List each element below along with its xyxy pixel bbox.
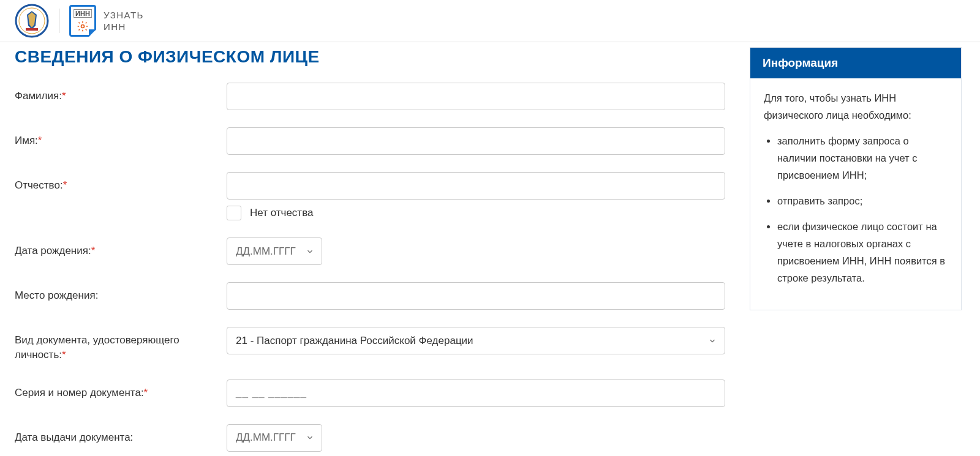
svg-rect-2: [26, 28, 38, 31]
no-patronymic-checkbox[interactable]: [227, 206, 241, 220]
doc-number-input[interactable]: __ __ ______: [227, 379, 725, 407]
gear-icon: [77, 20, 89, 32]
sidebar: Информация Для того, чтобы узнать ИНН фи…: [750, 47, 962, 452]
dob-datepicker[interactable]: ДД.ММ.ГГГГ: [227, 237, 322, 265]
name-input[interactable]: [227, 127, 725, 155]
birthplace-input[interactable]: [227, 282, 725, 310]
doc-number-label: Серия и номер документа:*: [15, 379, 227, 400]
header-title-line1: УЗНАТЬ: [104, 10, 144, 20]
info-header: Информация: [750, 48, 961, 78]
surname-input[interactable]: [227, 83, 725, 110]
doc-issue-placeholder: ДД.ММ.ГГГГ: [236, 432, 296, 444]
doc-number-mask: __ __ ______: [236, 387, 307, 399]
info-bullets: заполнить форму запроса о наличии постан…: [764, 132, 948, 286]
svg-point-3: [81, 25, 85, 28]
inn-logo-icon: ИНН: [69, 5, 96, 37]
fns-emblem-logo: [15, 4, 49, 38]
doc-type-label: Вид документа, удостоверяющего личность:…: [15, 327, 227, 362]
doc-issue-date-label: Дата выдачи документа:: [15, 424, 227, 445]
info-box: Информация Для того, чтобы узнать ИНН фи…: [750, 47, 962, 310]
header-title: УЗНАТЬ ИНН: [104, 9, 144, 33]
info-bullet: заполнить форму запроса о наличии постан…: [777, 132, 948, 184]
name-label: Имя:*: [15, 127, 227, 148]
dob-placeholder: ДД.ММ.ГГГГ: [236, 245, 296, 258]
doc-type-value: 21 - Паспорт гражданина Российской Федер…: [236, 335, 473, 347]
patronymic-label: Отчество:*: [15, 172, 227, 193]
no-patronymic-label: Нет отчества: [250, 207, 313, 219]
chevron-down-icon: [306, 433, 314, 442]
info-bullet: если физическое лицо состоит на учете в …: [777, 218, 948, 286]
info-bullet: отправить запрос;: [777, 192, 948, 209]
header-divider: [59, 9, 59, 33]
chevron-down-icon: [306, 247, 314, 256]
dob-label: Дата рождения:*: [15, 237, 227, 258]
inn-icon-text: ИНН: [74, 9, 92, 18]
site-header: ИНН УЗНАТЬ ИНН: [0, 0, 980, 42]
birthplace-label: Место рождения:: [15, 282, 227, 303]
info-intro: Для того, чтобы узнать ИНН физического л…: [764, 89, 948, 124]
doc-type-select[interactable]: 21 - Паспорт гражданина Российской Федер…: [227, 327, 725, 354]
page-title: СВЕДЕНИЯ О ФИЗИЧЕСКОМ ЛИЦЕ: [15, 47, 725, 67]
patronymic-input[interactable]: [227, 172, 725, 200]
doc-issue-datepicker[interactable]: ДД.ММ.ГГГГ: [227, 424, 322, 452]
header-title-line2: ИНН: [104, 21, 126, 32]
surname-label: Фамилия:*: [15, 83, 227, 103]
